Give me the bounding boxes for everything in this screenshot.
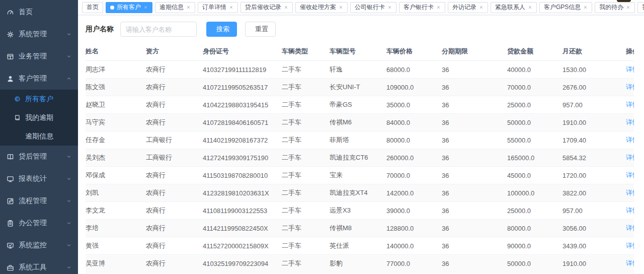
- sidebar-item[interactable]: 系统管理: [0, 23, 78, 45]
- detail-link[interactable]: 详情: [626, 136, 634, 144]
- tab[interactable]: 公司银行卡: [350, 2, 396, 13]
- cell-vehicle-model: 帝豪GS: [330, 96, 386, 114]
- table-row: 周志洋农商行410327199111112819二手车轩逸68000.03640…: [86, 61, 634, 79]
- cell-vehicle-price: 76000.0: [386, 272, 442, 274]
- detail-link[interactable]: 详情: [626, 118, 634, 126]
- customer-name-input[interactable]: [120, 22, 197, 37]
- sidebar-item[interactable]: 流程管理: [0, 190, 78, 212]
- table-row: 吴亚博农商行410325199709223094二手车影豹77000.03650…: [86, 255, 634, 272]
- cell-vehicle-type: 二手车: [282, 96, 330, 114]
- header-avatar-partial: [617, 0, 631, 2]
- cell-loan-amount: 55000.0: [507, 131, 562, 149]
- user-icon: [7, 75, 14, 83]
- tab-label: 紧急联系人: [495, 3, 525, 12]
- cell-vehicle-price: 140000.0: [386, 237, 442, 255]
- sidebar-item-label: 首页: [19, 8, 72, 17]
- tab[interactable]: 催收处理方案: [295, 2, 348, 13]
- column-header: 贷款金额: [507, 43, 562, 61]
- cell-actions: 详情: [626, 114, 634, 131]
- cell-loan-amount: 50000.0: [507, 255, 562, 272]
- search-form: 用户名称 搜索 重置: [78, 15, 644, 37]
- table-row: 陈文强农商行410721199505263517二手车长安UNI-T109000…: [86, 79, 634, 96]
- cell-actions: 详情: [626, 202, 634, 220]
- close-icon[interactable]: [186, 5, 191, 10]
- sidebar-item[interactable]: 贷后管理: [0, 146, 78, 168]
- cell-loan-amount: 80000.0: [507, 220, 562, 237]
- close-icon[interactable]: [583, 5, 588, 10]
- sidebar-subitem[interactable]: 我的逾期: [0, 108, 78, 127]
- cell-id-number: 410327199111112819: [203, 61, 282, 79]
- sidebar-item[interactable]: 首页: [0, 1, 78, 23]
- search-button[interactable]: 搜索: [206, 22, 237, 37]
- tab[interactable]: 贷后催收记录: [240, 2, 293, 13]
- detail-link[interactable]: 详情: [626, 224, 634, 232]
- detail-link[interactable]: 详情: [626, 259, 634, 267]
- detail-link[interactable]: 详情: [626, 189, 634, 196]
- close-icon[interactable]: [387, 5, 392, 10]
- cell-term: 36: [442, 184, 507, 202]
- detail-link[interactable]: 详情: [626, 242, 634, 249]
- cell-id-number: 411503198708280010: [203, 167, 282, 184]
- cell-vehicle-price: 142000.0: [386, 184, 442, 202]
- tab[interactable]: 我的流程: [637, 2, 644, 13]
- tab[interactable]: 外访记录: [448, 2, 488, 13]
- detail-link[interactable]: 详情: [626, 171, 634, 179]
- cell-name: 任存金: [86, 131, 146, 149]
- close-icon[interactable]: [479, 5, 484, 10]
- tab-label: 我的待办: [599, 3, 623, 12]
- sidebar-item[interactable]: 业务管理: [0, 45, 78, 67]
- close-icon[interactable]: [284, 5, 288, 10]
- sidebar-subitem[interactable]: 逾期信息: [0, 127, 78, 146]
- cell-name: 赵晓卫: [86, 96, 146, 114]
- close-icon[interactable]: [339, 5, 343, 10]
- detail-link[interactable]: 详情: [626, 83, 634, 91]
- reset-button[interactable]: 重置: [245, 22, 276, 37]
- edit-icon: [7, 197, 14, 205]
- cell-name: 吴亚博: [86, 255, 146, 272]
- tab[interactable]: 订单详情: [198, 2, 238, 13]
- cell-funder: 农商行: [146, 79, 203, 96]
- tab[interactable]: 客户GPS信息: [539, 2, 592, 13]
- cell-name: 刘凯: [86, 184, 146, 202]
- column-header: 车辆型号: [330, 43, 386, 61]
- cell-funder: 农商行: [146, 61, 203, 79]
- sidebar-item[interactable]: 客户管理: [0, 67, 78, 90]
- tab[interactable]: 逾期信息: [155, 2, 195, 13]
- cell-actions: 详情: [626, 237, 634, 255]
- tab[interactable]: 我的待办: [595, 2, 635, 13]
- table-body: 周志洋农商行410327199111112819二手车轩逸68000.03640…: [86, 61, 634, 274]
- cell-monthly-payment: 1709.40: [562, 131, 626, 149]
- cell-vehicle-price: 84000.0: [386, 114, 442, 131]
- table-row: 任存金工商银行411402199208167372二手车菲斯塔80000.036…: [86, 131, 634, 149]
- tab[interactable]: 所有客户: [106, 2, 152, 13]
- tab[interactable]: 紧急联系人: [491, 2, 537, 13]
- cell-loan-amount: 45000.0: [507, 167, 562, 184]
- column-header: 分期期限: [442, 43, 507, 61]
- sidebar-item[interactable]: 系统监控: [0, 234, 78, 256]
- sidebar-item[interactable]: 办公管理: [0, 212, 78, 234]
- detail-link[interactable]: 详情: [626, 65, 634, 73]
- close-icon[interactable]: [436, 5, 441, 10]
- close-icon[interactable]: [229, 5, 233, 10]
- sidebar-item[interactable]: 系统工具: [0, 256, 78, 274]
- tab[interactable]: 客户银行卡: [399, 2, 445, 13]
- chevron-down-icon: [66, 242, 72, 248]
- cell-name: 黄强: [86, 237, 146, 255]
- column-header: 车辆价格: [386, 43, 442, 61]
- detail-link[interactable]: 详情: [626, 101, 634, 108]
- sidebar-item-label: 系统工具: [19, 263, 66, 272]
- sidebar-subitem[interactable]: 所有客户: [0, 90, 78, 108]
- tab[interactable]: 首页: [82, 2, 103, 13]
- close-icon[interactable]: [626, 5, 630, 10]
- close-icon[interactable]: [143, 5, 148, 10]
- sidebar-item[interactable]: 报表统计: [0, 168, 78, 190]
- cell-id-number: 410322199601183094: [203, 272, 282, 274]
- detail-link[interactable]: 详情: [626, 207, 634, 214]
- close-icon[interactable]: [528, 5, 532, 10]
- active-dot: [110, 6, 114, 10]
- sidebar-item-label: 流程管理: [19, 196, 66, 206]
- cell-monthly-payment: 3056.00: [562, 220, 626, 237]
- detail-link[interactable]: 详情: [626, 154, 634, 161]
- clients-icon: [14, 96, 21, 102]
- sidebar-item-label: 客户管理: [19, 74, 66, 83]
